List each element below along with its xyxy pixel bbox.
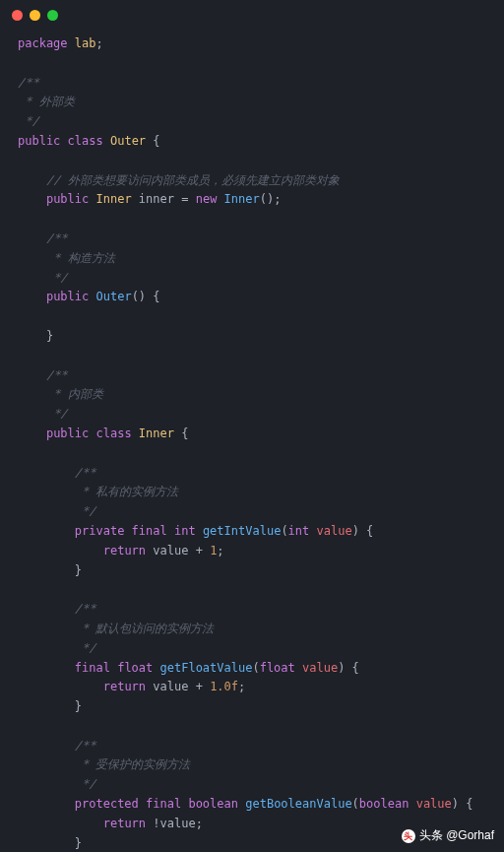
comment: /** (18, 76, 39, 90)
keyword: private (75, 524, 125, 538)
minimize-icon[interactable] (30, 10, 40, 21)
keyword: return (103, 817, 146, 830)
comment: */ (18, 114, 39, 128)
keyword: float (117, 661, 153, 675)
comment: * 私有的实例方法 (75, 485, 179, 498)
keyword: float (260, 661, 295, 675)
keyword: final (146, 797, 181, 811)
keyword: boolean (359, 797, 410, 811)
comment: /** (75, 602, 96, 616)
keyword: public (46, 426, 89, 440)
keyword: int (288, 524, 310, 538)
code-window: package lab; /** * 外部类 */ public class O… (0, 0, 504, 852)
keyword: class (96, 426, 132, 440)
number: 1.0f (210, 680, 238, 693)
param: value (416, 797, 452, 811)
close-icon[interactable] (12, 10, 23, 21)
window-titlebar (0, 0, 504, 31)
type: Inner (139, 426, 174, 440)
comment: */ (75, 777, 96, 791)
keyword: public (46, 192, 89, 206)
keyword: return (103, 544, 146, 557)
keyword: final (132, 524, 167, 538)
keyword: boolean (188, 797, 238, 811)
keyword: public (46, 290, 89, 303)
keyword: class (68, 134, 103, 148)
keyword: new (196, 192, 218, 206)
function: getIntValue (203, 524, 281, 538)
type: Inner (96, 192, 132, 206)
type: Outer (110, 134, 146, 148)
comment: * 受保护的实例方法 (75, 757, 191, 771)
comment: */ (46, 271, 68, 285)
comment: */ (75, 641, 96, 655)
watermark: 头头条 @Gorhaf (402, 826, 494, 846)
function: getBooleanValue (245, 797, 351, 811)
keyword: final (75, 661, 110, 675)
comment: * 默认包访问的实例方法 (75, 622, 215, 635)
function: Outer (96, 290, 132, 303)
watermark-text: 头条 @Gorhaf (419, 826, 494, 846)
comment: * 内部类 (46, 387, 103, 401)
comment: /** (75, 466, 96, 480)
comment: /** (46, 231, 68, 245)
maximize-icon[interactable] (47, 10, 58, 21)
param: value (317, 524, 352, 538)
comment: */ (46, 407, 68, 421)
keyword: int (174, 524, 196, 538)
keyword: return (103, 680, 146, 693)
comment: */ (75, 504, 96, 518)
identifier: lab (75, 36, 96, 50)
param: value (302, 661, 338, 675)
comment: // 外部类想要访问内部类成员，必须先建立内部类对象 (46, 173, 340, 187)
comment: /** (46, 368, 68, 382)
watermark-icon: 头 (402, 829, 415, 843)
comment: * 构造方法 (46, 251, 115, 265)
comment: * 外部类 (18, 95, 75, 108)
code-editor: package lab; /** * 外部类 */ public class O… (0, 31, 504, 852)
function: getFloatValue (160, 661, 253, 675)
function: Inner (224, 192, 260, 206)
keyword: public (18, 134, 60, 148)
comment: /** (75, 739, 96, 753)
keyword: package (18, 36, 68, 50)
keyword: protected (75, 797, 139, 811)
